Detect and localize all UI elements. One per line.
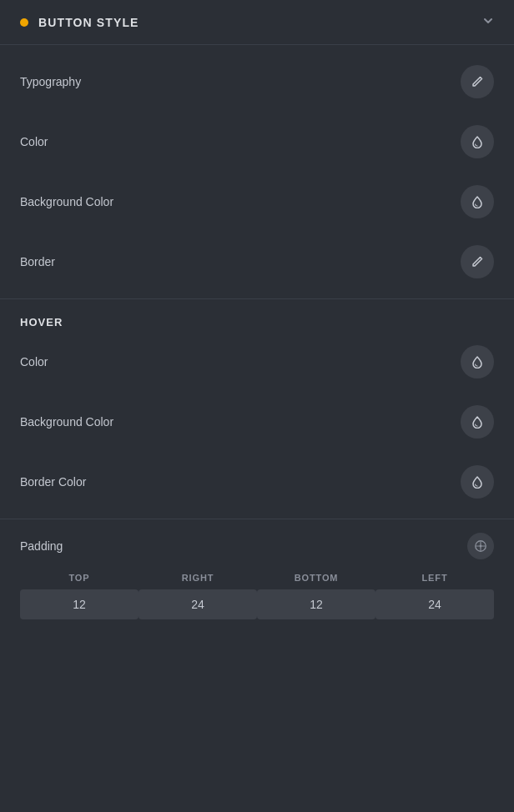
- padding-bottom-col: BOTTOM: [257, 573, 375, 619]
- drop-icon: [471, 415, 484, 429]
- border-label: Border: [20, 255, 55, 268]
- padding-right-col: RIGHT: [139, 573, 257, 619]
- hover-background-color-label: Background Color: [20, 415, 113, 429]
- padding-top-col: TOP: [20, 573, 139, 619]
- hover-section-title: HOVER: [20, 316, 494, 328]
- drop-icon: [471, 475, 484, 489]
- link-dimensions-button[interactable]: [467, 533, 494, 559]
- padding-top-input[interactable]: [20, 589, 139, 619]
- padding-bottom-input[interactable]: [257, 589, 375, 619]
- hover-background-color-row: Background Color: [20, 392, 494, 452]
- padding-grid: TOP RIGHT BOTTOM LEFT: [20, 573, 494, 619]
- hover-border-color-label: Border Color: [20, 475, 86, 489]
- padding-right-input[interactable]: [139, 589, 257, 619]
- drop-icon: [471, 195, 484, 208]
- typography-label: Typography: [20, 75, 81, 88]
- header-dot-indicator: [20, 18, 28, 27]
- padding-left-input[interactable]: [375, 589, 494, 619]
- color-picker-button[interactable]: [461, 125, 494, 158]
- padding-left-label: LEFT: [421, 573, 447, 583]
- border-edit-button[interactable]: [461, 245, 494, 278]
- panel-title: BUTTON STYLE: [38, 16, 139, 29]
- border-row: Border: [0, 232, 514, 292]
- hover-border-color-picker-button[interactable]: [461, 465, 494, 499]
- padding-header: Padding: [20, 533, 494, 559]
- typography-edit-button[interactable]: [461, 65, 494, 98]
- drop-icon: [471, 135, 484, 148]
- header-left: BUTTON STYLE: [20, 16, 139, 29]
- background-color-picker-button[interactable]: [461, 185, 494, 218]
- hover-section: HOVER Color Background Color: [0, 299, 514, 519]
- hover-rows: Color Background Color Border Color: [20, 332, 494, 512]
- svg-point-1: [480, 545, 482, 548]
- background-color-row: Background Color: [0, 172, 514, 232]
- padding-left-col: LEFT: [375, 573, 494, 619]
- pencil-icon: [471, 75, 484, 88]
- drop-icon: [471, 355, 484, 368]
- color-row: Color: [0, 112, 514, 172]
- color-label: Color: [20, 135, 48, 148]
- pencil-icon: [471, 255, 484, 268]
- padding-section: Padding TOP RIGHT BOTTOM LEFT: [0, 519, 514, 636]
- background-color-label: Background Color: [20, 195, 113, 208]
- typography-row: Typography: [0, 52, 514, 112]
- hover-background-color-picker-button[interactable]: [461, 405, 494, 439]
- hover-border-color-row: Border Color: [20, 452, 494, 512]
- link-icon: [474, 539, 487, 553]
- default-section: Typography Color Background Color Border: [0, 45, 514, 299]
- padding-top-label: TOP: [68, 573, 89, 583]
- padding-label: Padding: [20, 539, 63, 553]
- chevron-down-icon[interactable]: [482, 15, 494, 29]
- hover-color-row: Color: [20, 332, 494, 392]
- padding-bottom-label: BOTTOM: [295, 573, 339, 583]
- hover-color-picker-button[interactable]: [461, 345, 494, 378]
- padding-right-label: RIGHT: [182, 573, 214, 583]
- panel-header: BUTTON STYLE: [0, 0, 514, 45]
- hover-color-label: Color: [20, 355, 48, 368]
